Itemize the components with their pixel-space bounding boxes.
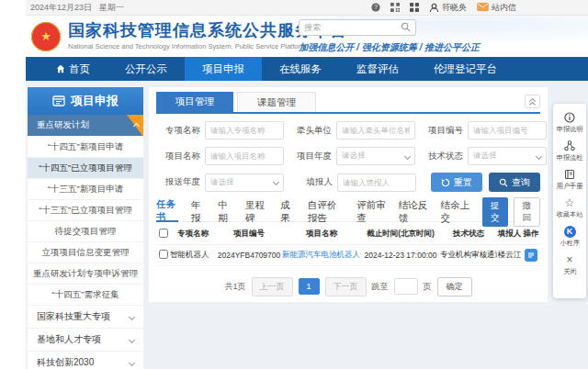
project-table: 专项名称 项目编号 项目名称 截止时间(北京时间) 技术状态 填报人 操作 智能…	[156, 225, 540, 266]
main-panel: 项目管理 课题管理 专项名称 牵头单位 项目编号	[149, 87, 548, 302]
chevron-down-icon	[129, 336, 135, 342]
mini-program-item[interactable]: K 小程序	[553, 222, 586, 251]
nav-item-online-service[interactable]: 在线服务	[262, 57, 339, 81]
prev-page-button[interactable]: 上一页	[252, 277, 293, 296]
sidebar-item-appeal-mgmt[interactable]: 重点研发计划专项申诉管理	[28, 263, 143, 285]
current-date: 2024年12月23日	[30, 2, 92, 14]
row-checkbox[interactable]	[159, 250, 168, 259]
filler-field: 填报人	[288, 173, 417, 192]
header-slogan: 加强信息公开 / 强化资源统筹 / 推进公平公正	[299, 41, 480, 54]
subtab-surplus-return[interactable]: 结余上交	[440, 202, 469, 222]
lead-unit-input[interactable]	[336, 121, 415, 140]
cell-tech-status: 专业机构审核通过	[440, 244, 497, 265]
subtab-midterm[interactable]: 中期	[218, 202, 232, 222]
apps-grid-icon[interactable]	[410, 3, 419, 12]
report-year-select[interactable]: 请选择	[205, 173, 284, 192]
svg-text:?: ?	[374, 4, 378, 10]
declare-process-item[interactable]: 申报流程	[553, 137, 586, 165]
project-year-select[interactable]: 请选择	[336, 147, 415, 165]
search-input[interactable]	[304, 23, 401, 32]
sidebar-group-sci-innovation[interactable]: 科技创新2030	[28, 352, 143, 369]
current-weekday: 星期一	[99, 2, 124, 14]
subtab-annual-report[interactable]: 年报	[191, 202, 206, 222]
reset-button[interactable]: 重置	[431, 173, 482, 192]
cell-deadline: 2024-12-23 17:00:00	[361, 244, 440, 265]
search-icon[interactable]	[401, 19, 411, 36]
project-code-input[interactable]	[468, 121, 547, 140]
cell-project-code: 2024YFB4709700	[216, 244, 282, 265]
project-name-input[interactable]	[205, 147, 284, 165]
book-icon	[564, 168, 575, 181]
sidebar-group-major-special[interactable]: 国家科技重大专项	[28, 306, 143, 329]
chevron-down-icon	[129, 313, 135, 319]
user-icon	[429, 1, 439, 14]
sidebar-group-base-talent[interactable]: 基地和人才专项	[28, 329, 143, 352]
page-body: 项目申报 重点研发计划 “十四五”新项目申请 “十四五”已立项项目管理 “十三五…	[26, 81, 588, 369]
sidebar-item-pending-submit[interactable]: 待提交项目管理	[28, 221, 143, 242]
sidebar-item-info-change[interactable]: 立项项目信息变更管理	[28, 242, 143, 263]
collapse-filter-button[interactable]	[525, 95, 540, 108]
site-mail-link[interactable]: 站内信	[477, 2, 516, 14]
bookmark-site-item[interactable]: ☆ 收藏本站	[553, 194, 586, 222]
next-page-button[interactable]: 下一页	[325, 277, 367, 296]
jump-label: 跳至	[372, 281, 389, 293]
project-name-link[interactable]: 新能源汽车电池机器人化…	[282, 250, 361, 259]
tab-subject-mgmt[interactable]: 课题管理	[237, 92, 316, 112]
mail-label: 站内信	[492, 2, 516, 14]
user-account[interactable]: 符晓奂	[429, 1, 467, 14]
project-declare-icon	[52, 95, 65, 106]
col-deadline: 截止时间(北京时间)	[361, 225, 440, 244]
nav-item-public-notice[interactable]: 公开公示	[107, 57, 185, 81]
withdraw-button[interactable]: 撤回	[514, 197, 541, 227]
declare-instructions-item[interactable]: 申报说明	[553, 108, 586, 137]
tech-status-select[interactable]: 请选择	[468, 147, 547, 165]
float-toolbar: 申报说明 申报流程 用户手册 ☆ 收藏本站 K 小程序	[553, 104, 586, 298]
sidebar-item-135-new-apply[interactable]: “十三五”新项目申请	[28, 179, 143, 200]
close-toolbar-item[interactable]: × 关闭	[553, 251, 586, 279]
user-manual-item[interactable]: 用户手册	[553, 165, 586, 194]
star-icon: ☆	[565, 196, 575, 209]
search-icon	[499, 178, 508, 187]
nav-item-ethics-platform[interactable]: 伦理登记平台	[416, 57, 514, 81]
sidebar-item-145-approved-mgmt[interactable]: “十四五”已立项项目管理	[28, 158, 143, 179]
page-total: 共1页	[224, 281, 245, 293]
current-page-button[interactable]: 1	[299, 278, 320, 295]
tech-status-field: 技术状态 请选择	[419, 147, 547, 165]
sidebar-group-key-rd-plan[interactable]: 重点研发计划	[28, 115, 143, 137]
site-search[interactable]	[299, 19, 416, 36]
nav-item-project-declare[interactable]: 项目申报	[185, 57, 262, 81]
main-tabs: 项目管理 课题管理	[156, 92, 540, 114]
sidebar-item-145-new-apply[interactable]: “十四五”新项目申请	[28, 137, 143, 158]
help-icon[interactable]: ?	[371, 3, 380, 12]
flow-icon	[564, 140, 575, 152]
submit-button[interactable]: 提交	[482, 197, 508, 227]
col-special-name: 专项名称	[170, 225, 216, 244]
jump-confirm-button[interactable]: 确定	[437, 277, 472, 296]
select-all-checkbox[interactable]	[159, 229, 168, 238]
tab-project-mgmt[interactable]: 项目管理	[156, 92, 233, 112]
qrcode-icon[interactable]	[390, 3, 400, 12]
nav-item-home[interactable]: 首页	[39, 57, 107, 81]
sidebar-item-135-approved-mgmt[interactable]: “十三五”已立项项目管理	[28, 200, 143, 221]
subtab-conclusion-feedback[interactable]: 结论反馈	[399, 202, 428, 222]
row-action-button[interactable]	[525, 249, 537, 262]
site-header: ★ 国家科技管理信息系统公共服务平台 National Science and …	[26, 16, 588, 57]
stage-tabs: 任务书 年报 中期 里程碑 成果 自评价报告 评前审查 结论反馈 结余上交 提交…	[156, 202, 540, 222]
special-name-input[interactable]	[205, 121, 284, 140]
chevron-down-icon	[536, 152, 542, 159]
subtab-task-book[interactable]: 任务书	[156, 202, 178, 222]
subtab-self-evaluation[interactable]: 自评价报告	[308, 202, 344, 222]
nav-item-supervision[interactable]: 监督评估	[339, 57, 416, 81]
close-icon: ×	[566, 253, 572, 266]
subtab-pre-review[interactable]: 评前审查	[356, 202, 386, 222]
col-operation: 操作	[522, 225, 540, 244]
jump-page-input[interactable]	[394, 278, 418, 295]
col-project-name: 项目名称	[282, 225, 361, 244]
filler-input[interactable]	[337, 173, 416, 192]
query-button[interactable]: 查询	[489, 173, 540, 192]
subtab-milestone[interactable]: 里程碑	[245, 202, 267, 222]
subtab-achievements[interactable]: 成果	[280, 202, 295, 222]
cell-special-name: 智能机器人	[170, 244, 216, 265]
special-name-field: 专项名称	[156, 121, 284, 140]
sidebar-item-145-demand-collect[interactable]: “十四五”需求征集	[28, 285, 143, 306]
